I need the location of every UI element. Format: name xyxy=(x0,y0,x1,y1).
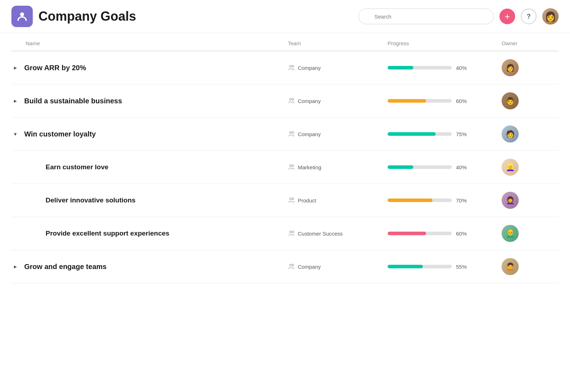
goal-title: Build a sustainable business xyxy=(24,97,122,105)
plus-icon: + xyxy=(504,12,510,21)
owner-avatar: 🧑‍🦱 xyxy=(502,258,519,275)
svg-point-12 xyxy=(292,198,294,200)
app-logo xyxy=(11,6,33,27)
goal-title: Deliver innovative solutions xyxy=(46,196,135,204)
svg-point-10 xyxy=(292,165,294,166)
table-row[interactable]: ▶ Grow ARR by 20% Company 40% 👩 xyxy=(11,51,559,84)
user-avatar[interactable]: 👩 xyxy=(542,8,559,25)
progress-bar-fill xyxy=(388,232,426,235)
svg-point-9 xyxy=(290,165,291,166)
add-goal-button[interactable]: + xyxy=(499,9,515,24)
chevron-icon[interactable]: ▶ xyxy=(11,97,19,105)
search-input[interactable] xyxy=(358,9,494,24)
team-cell: Company xyxy=(288,97,388,104)
team-name: Customer Success xyxy=(298,231,343,237)
progress-percent: 60% xyxy=(456,98,470,104)
table-header-row: Name Team Progress Owner xyxy=(11,33,559,51)
progress-bar-fill xyxy=(388,132,436,136)
goal-name-cell: Provide excellent support experiences xyxy=(11,229,288,237)
owner-avatar: 👨 xyxy=(502,92,519,109)
owner-cell: 👱‍♀️ xyxy=(502,159,559,176)
team-cell: Company xyxy=(288,130,388,138)
progress-bar-fill xyxy=(388,198,432,202)
table-row[interactable]: ▶ Grow and engage teams Company 55% 🧑‍🦱 xyxy=(11,250,559,283)
owner-cell: 👩 xyxy=(502,59,559,76)
team-icon xyxy=(288,197,295,204)
goal-title: Win customer loyalty xyxy=(24,130,96,138)
team-name: Marketing xyxy=(298,164,321,170)
team-cell: Company xyxy=(288,64,388,71)
table-row[interactable]: ▼ Win customer loyalty Company 75% 🧑 xyxy=(11,118,559,151)
progress-cell: 55% xyxy=(388,264,502,270)
progress-bar-bg xyxy=(388,165,452,169)
owner-cell: 👩‍🦱 xyxy=(502,192,559,209)
goal-title: Provide excellent support experiences xyxy=(46,229,169,237)
owner-cell: 👨‍🦲 xyxy=(502,225,559,242)
goal-name-cell: Deliver innovative solutions xyxy=(11,196,288,204)
svg-point-8 xyxy=(292,131,294,133)
progress-percent: 40% xyxy=(456,164,470,170)
col-header-name: Name xyxy=(11,40,288,46)
team-name: Company xyxy=(298,131,321,137)
table-row[interactable]: Provide excellent support experiences Cu… xyxy=(11,217,559,250)
progress-percent: 60% xyxy=(456,231,470,237)
page-title: Company Goals xyxy=(38,9,353,24)
table-row[interactable]: ▶ Build a sustainable business Company 6… xyxy=(11,84,559,118)
svg-point-14 xyxy=(292,231,294,233)
team-name: Product xyxy=(298,197,316,203)
help-button[interactable]: ? xyxy=(521,9,537,24)
chevron-icon[interactable]: ▶ xyxy=(11,263,19,270)
svg-point-13 xyxy=(290,231,291,233)
owner-avatar: 👩‍🦱 xyxy=(502,192,519,209)
team-icon xyxy=(288,64,295,71)
team-icon xyxy=(288,97,295,104)
owner-cell: 🧑 xyxy=(502,125,559,143)
owner-avatar: 🧑 xyxy=(502,125,519,143)
svg-point-4 xyxy=(292,65,294,67)
owner-avatar: 👱‍♀️ xyxy=(502,159,519,176)
col-header-progress: Progress xyxy=(388,40,502,46)
progress-cell: 60% xyxy=(388,231,502,237)
progress-percent: 55% xyxy=(456,264,470,270)
team-icon xyxy=(288,263,295,270)
chevron-icon[interactable]: ▶ xyxy=(11,64,19,72)
owner-cell: 🧑‍🦱 xyxy=(502,258,559,275)
progress-bar-bg xyxy=(388,232,452,235)
team-cell: Customer Success xyxy=(288,230,388,237)
svg-point-3 xyxy=(290,65,291,67)
table-row[interactable]: Earn customer love Marketing 40% 👱‍♀️ xyxy=(11,151,559,184)
col-header-team: Team xyxy=(288,40,388,46)
progress-bar-bg xyxy=(388,265,452,268)
col-header-owner: Owner xyxy=(502,40,559,46)
progress-percent: 70% xyxy=(456,197,470,203)
progress-cell: 40% xyxy=(388,164,502,170)
goal-title: Earn customer love xyxy=(46,163,108,171)
goal-name-cell: ▶ Grow ARR by 20% xyxy=(11,64,288,72)
goal-name-cell: Earn customer love xyxy=(11,163,288,171)
goals-table: Name Team Progress Owner ▶ Grow ARR by 2… xyxy=(0,33,570,283)
owner-cell: 👨 xyxy=(502,92,559,109)
svg-point-7 xyxy=(290,131,291,133)
goal-name-cell: ▶ Grow and engage teams xyxy=(11,263,288,271)
progress-bar-fill xyxy=(388,66,413,69)
owner-avatar: 👨‍🦲 xyxy=(502,225,519,242)
team-icon xyxy=(288,164,295,171)
svg-point-15 xyxy=(290,264,291,266)
progress-cell: 60% xyxy=(388,98,502,104)
table-row[interactable]: Deliver innovative solutions Product 70%… xyxy=(11,184,559,217)
team-cell: Company xyxy=(288,263,388,270)
owner-avatar: 👩 xyxy=(502,59,519,76)
team-name: Company xyxy=(298,264,321,270)
chevron-icon[interactable]: ▼ xyxy=(11,130,19,138)
progress-bar-bg xyxy=(388,66,452,69)
team-cell: Marketing xyxy=(288,164,388,171)
goal-name-cell: ▶ Build a sustainable business xyxy=(11,97,288,105)
team-icon xyxy=(288,230,295,237)
progress-percent: 75% xyxy=(456,131,470,137)
progress-bar-bg xyxy=(388,132,452,136)
svg-point-16 xyxy=(292,264,294,266)
svg-point-6 xyxy=(292,98,294,100)
app-header: Company Goals + ? 👩 xyxy=(0,0,570,33)
progress-bar-fill xyxy=(388,265,423,268)
search-wrapper xyxy=(358,9,494,24)
